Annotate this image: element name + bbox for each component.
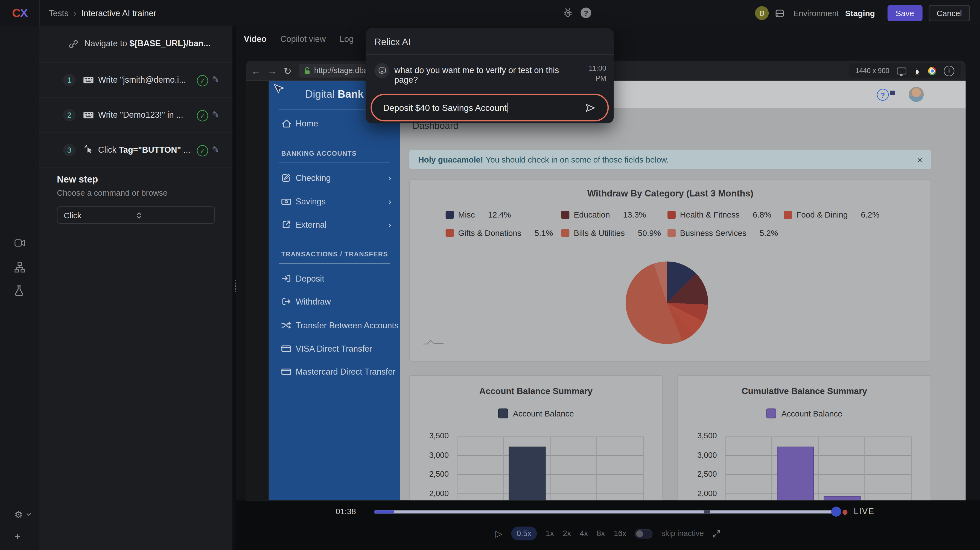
refresh-icon[interactable]: ↻ — [284, 66, 292, 75]
seek-bar-marker — [704, 510, 710, 513]
step-row-3[interactable]: 3 Click Tag="BUTTON" ... ✓ ✎ — [40, 133, 232, 168]
speed-8x-button[interactable]: 8x — [597, 529, 605, 538]
alert-bold-text: Holy guacamole! — [418, 155, 483, 164]
app-window: CX Tests › Interactive AI trainer ? B — [0, 0, 980, 550]
bank-nav-checking[interactable]: Checking › — [269, 170, 400, 185]
speed-2x-button[interactable]: 2x — [563, 529, 571, 538]
pie-chart — [625, 261, 708, 344]
legend-swatch — [562, 211, 570, 219]
environment-icon — [775, 8, 784, 18]
user-avatar[interactable]: B — [755, 6, 769, 20]
tab-copilot-view[interactable]: Copilot view — [280, 35, 326, 44]
bank-nav-external[interactable]: External › — [269, 217, 400, 232]
live-label: LIVE — [854, 507, 875, 516]
bank-nav-transfer[interactable]: Transfer Between Accounts — [269, 318, 400, 333]
edit-step-icon[interactable]: ✎ — [212, 145, 219, 155]
top-bar-actions: B Environment Staging Save Cancel — [755, 0, 970, 26]
recorded-cursor-icon — [273, 83, 285, 95]
info-icon[interactable]: i — [943, 65, 954, 76]
back-icon[interactable]: ← — [251, 66, 261, 75]
video-player-bar: 01:38 LIVE ▷ 0.5x 1x 2x 4x 8x 16x skip i… — [236, 501, 980, 550]
seek-bar-knob[interactable] — [831, 507, 842, 517]
credit-card-icon — [282, 345, 291, 352]
message-timestamp: 11:00 PM — [580, 63, 606, 83]
gridline — [864, 437, 865, 500]
money-bill-icon — [282, 198, 291, 205]
step-row-1[interactable]: 1 Write "jsmith@demo.i... ✓ ✎ — [40, 63, 232, 98]
prompt-input[interactable]: Deposit $40 to Savings Account — [371, 94, 609, 121]
environment-value[interactable]: Staging — [845, 8, 875, 18]
chat-bubble-icon — [374, 63, 390, 78]
pie-chart-title: Withdraw By Category (Last 3 Months) — [410, 188, 931, 198]
tab-log[interactable]: Log — [340, 35, 354, 44]
shuffle-icon — [282, 322, 291, 329]
breadcrumb-separator: › — [73, 8, 76, 18]
speed-0.5x-button[interactable]: 0.5x — [511, 527, 537, 540]
new-step-title: New step — [57, 174, 98, 185]
flows-sitemap-icon[interactable] — [14, 262, 25, 273]
app-logo[interactable]: CX — [0, 0, 40, 26]
step-label: Write "Demo123!" in ... — [98, 110, 183, 119]
help-icon[interactable]: ? — [581, 7, 591, 18]
bank-nav-visa-transfer[interactable]: VISA Direct Transfer — [269, 341, 400, 356]
edit-step-icon[interactable]: ✎ — [212, 75, 219, 84]
fullscreen-icon[interactable] — [713, 529, 721, 538]
y-axis-tick: 3,000 — [686, 451, 717, 460]
play-button[interactable]: ▷ — [495, 528, 502, 539]
video-content[interactable]: Digital Bank Home BANKING ACCOUNTS — [247, 81, 966, 501]
pencil-square-icon — [282, 173, 291, 182]
y-axis-tick: 3,500 — [686, 432, 717, 440]
legend-swatch — [446, 211, 454, 219]
legend-item: Education13.3% — [562, 210, 646, 220]
bank-help-icon[interactable]: ? — [877, 89, 889, 101]
bank-nav-deposit[interactable]: Deposit — [269, 271, 400, 286]
playback-time: 01:38 — [336, 507, 356, 516]
save-button[interactable]: Save — [887, 5, 922, 21]
cumulative-balance-panel: Cumulative Balance Summary Account Balan… — [678, 375, 931, 500]
settings-gear-icon[interactable]: ⚙ — [14, 509, 23, 520]
environment-label: Environment — [793, 8, 839, 18]
add-icon[interactable]: + — [14, 530, 21, 543]
step-verified-icon: ✓ — [197, 110, 208, 121]
seek-bar-played — [374, 510, 394, 513]
bank-nav-withdraw[interactable]: Withdraw — [269, 294, 400, 309]
speed-4x-button[interactable]: 4x — [580, 529, 588, 538]
gridline — [772, 437, 772, 500]
edit-step-icon[interactable]: ✎ — [212, 110, 219, 120]
bank-nav-mastercard-transfer[interactable]: Mastercard Direct Transfer — [269, 364, 400, 379]
navigate-step-row[interactable]: Navigate to ${BASE_URL}/ban... — [40, 26, 232, 63]
bar-chart-legend: Account Balance — [678, 408, 931, 419]
video-letterbox — [247, 81, 269, 501]
seek-bar[interactable] — [374, 510, 842, 513]
speed-1x-button[interactable]: 1x — [546, 529, 554, 538]
step-row-2[interactable]: 2 Write "Demo123!" in ... ✓ ✎ — [40, 98, 232, 133]
alert-close-icon[interactable]: × — [917, 154, 923, 165]
step-label: Click Tag="BUTTON" ... — [98, 145, 191, 154]
send-icon[interactable] — [584, 102, 596, 113]
forward-icon[interactable]: → — [267, 66, 277, 75]
speed-16x-button[interactable]: 16x — [614, 529, 627, 538]
y-axis-tick: 3,000 — [418, 451, 449, 460]
alert-banner: Holy guacamole! You should check in on s… — [409, 150, 931, 169]
recordings-camera-icon[interactable] — [14, 239, 26, 247]
y-axis-tick: 3,500 — [418, 432, 449, 440]
gridline — [912, 437, 912, 500]
legend-item: Business Services5.2% — [667, 228, 778, 238]
tab-video[interactable]: Video — [243, 35, 266, 44]
tests-flask-icon[interactable] — [14, 285, 24, 296]
sign-out-icon — [282, 297, 291, 306]
bug-report-icon[interactable] — [562, 7, 573, 18]
divider — [278, 163, 390, 163]
step-number: 1 — [63, 74, 76, 86]
cancel-button[interactable]: Cancel — [928, 5, 970, 21]
url-text: http://stage.dba — [314, 66, 368, 75]
bank-user-avatar[interactable] — [908, 87, 924, 102]
command-select[interactable]: Click — [57, 206, 215, 224]
gridline — [725, 437, 725, 500]
breadcrumb-tests[interactable]: Tests — [49, 8, 68, 18]
bank-nav-savings[interactable]: Savings › — [269, 194, 400, 209]
y-axis-tick: 2,500 — [418, 470, 449, 478]
withdraw-category-panel: Withdraw By Category (Last 3 Months) Mis… — [409, 180, 931, 362]
skip-inactive-toggle[interactable] — [635, 529, 653, 538]
chevron-down-icon[interactable] — [26, 513, 31, 516]
